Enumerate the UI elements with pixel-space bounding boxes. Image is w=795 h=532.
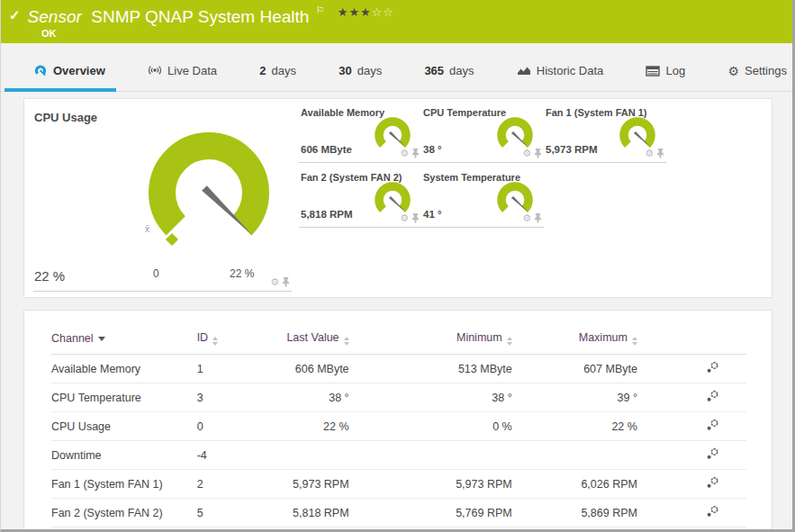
- stars-empty: ☆☆: [372, 5, 394, 19]
- tab-historic-data[interactable]: Historic Data: [515, 64, 605, 91]
- channel-last-value: 22 %: [256, 412, 349, 441]
- status-check-icon: ✓: [9, 7, 21, 23]
- pin-icon[interactable]: [656, 149, 664, 158]
- channel-id: -4: [197, 441, 256, 470]
- tab-bar: Overview Live Data 2 days 30 days 365 da…: [1, 43, 792, 92]
- column-header-last-value[interactable]: Last Value: [256, 323, 349, 355]
- gauge-cell-system-temperature: System Temperature 41 ° ⚙: [421, 164, 544, 228]
- channel-id: 3: [197, 383, 256, 412]
- small-gauge: [492, 111, 538, 154]
- tab-settings[interactable]: ⚙ Settings: [726, 64, 789, 91]
- tab-365-days[interactable]: 365 days: [422, 64, 475, 91]
- channel-id: 2: [197, 470, 256, 499]
- pin-icon[interactable]: [534, 213, 542, 223]
- channel-minimum: 0 %: [349, 412, 512, 441]
- sort-icon: [344, 337, 349, 346]
- column-header-id[interactable]: ID: [197, 323, 256, 355]
- sort-desc-icon: [98, 337, 105, 341]
- prtg-sensor-page: ✓ Sensor SNMP QNAP System Health ⚐ ★★★☆☆…: [0, 0, 795, 532]
- small-gauge: [492, 176, 538, 219]
- column-header-minimum[interactable]: Minimum: [349, 323, 512, 355]
- channel-maximum: 39 °: [512, 383, 637, 412]
- gauge-settings-gear-icon[interactable]: ⚙: [400, 149, 409, 158]
- edit-channel-icon[interactable]: [706, 361, 719, 376]
- table-row: Downtime -4: [51, 441, 746, 470]
- channel-id: 1: [197, 355, 256, 383]
- tab-label: days: [449, 64, 474, 77]
- channel-id: 5: [197, 499, 256, 527]
- gauge-settings-gear-icon[interactable]: ⚙: [645, 149, 654, 158]
- table-row: Fan 1 (System FAN 1) 2 5,973 RPM 5,973 R…: [51, 470, 746, 499]
- pin-icon[interactable]: [534, 149, 542, 158]
- tab-2-days[interactable]: 2 days: [257, 64, 298, 91]
- edit-channel-icon[interactable]: [706, 505, 719, 520]
- channel-minimum: 38 °: [349, 383, 512, 412]
- small-gauge: [369, 111, 416, 154]
- gauge-settings-gear-icon[interactable]: ⚙: [400, 213, 409, 223]
- gauge-cell-fan-1: Fan 1 (System FAN 1) 5,973 RPM ⚙: [544, 99, 666, 163]
- gauge-current-value: 38 °: [423, 144, 442, 155]
- edit-channel-icon[interactable]: [706, 390, 719, 405]
- tab-overview[interactable]: Overview: [32, 63, 107, 91]
- sort-icon: [632, 337, 637, 346]
- sensor-title: SNMP QNAP System Health: [91, 7, 309, 26]
- pin-icon[interactable]: [411, 149, 420, 158]
- column-header-maximum[interactable]: Maximum: [512, 323, 637, 355]
- pin-icon[interactable]: [282, 277, 290, 287]
- channel-last-value: 5,973 RPM: [256, 470, 349, 499]
- edit-channel-icon[interactable]: [706, 476, 719, 491]
- tab-label: days: [271, 64, 295, 77]
- edit-channel-icon[interactable]: [706, 447, 719, 463]
- table-row: Fan 2 (System FAN 2) 5 5,818 RPM 5,769 R…: [51, 499, 746, 527]
- table-row: CPU Temperature 3 38 ° 38 ° 39 °: [51, 383, 746, 412]
- channel-name: System Temperature: [51, 527, 197, 532]
- channel-name: Available Memory: [51, 355, 197, 383]
- stars-filled: ★★★: [338, 5, 372, 19]
- channel-name: Fan 2 (System FAN 2): [51, 499, 197, 527]
- tab-label: Settings: [745, 64, 787, 77]
- channel-minimum: 513 MByte: [349, 355, 512, 383]
- gauge-settings-gear-icon[interactable]: ⚙: [522, 149, 531, 158]
- gauge-current-value: 606 MByte: [301, 144, 352, 155]
- channel-minimum: [349, 441, 512, 470]
- chart-icon: [517, 65, 531, 77]
- gauge-current-value: 41 °: [423, 209, 442, 220]
- channel-name: Downtime: [51, 441, 197, 470]
- tab-number: 365: [424, 64, 444, 77]
- gauge-settings-gear-icon[interactable]: ⚙: [522, 213, 531, 223]
- channels-panel: Channel ID Last Value Minimum Maximum Av…: [23, 310, 772, 532]
- channel-name: CPU Temperature: [51, 383, 197, 412]
- column-header-actions: [637, 323, 746, 355]
- table-row: CPU Usage 0 22 % 0 % 22 %: [51, 412, 746, 441]
- priority-stars[interactable]: ★★★☆☆: [338, 5, 394, 19]
- average-marker: x̄: [145, 224, 149, 234]
- gauge-current-value: 5,818 RPM: [301, 209, 353, 220]
- table-row: System Temperature 4 41 ° 41 ° 41 °: [51, 527, 746, 532]
- sort-icon: [212, 337, 218, 346]
- edit-channel-icon[interactable]: [706, 419, 719, 434]
- gauge-cell-available-memory: Available Memory 606 MByte ⚙: [299, 99, 421, 163]
- channel-maximum: 607 MByte: [512, 355, 637, 383]
- gauge-settings-gear-icon[interactable]: ⚙: [270, 277, 279, 287]
- tab-log[interactable]: Log: [644, 64, 687, 91]
- sort-icon: [507, 337, 512, 346]
- channel-minimum: 5,769 RPM: [349, 499, 512, 527]
- tab-30-days[interactable]: 30 days: [337, 64, 384, 91]
- channel-maximum: 41 °: [512, 527, 637, 532]
- column-header-channel[interactable]: Channel: [51, 323, 197, 355]
- tab-live-data[interactable]: Live Data: [146, 63, 219, 91]
- pin-icon[interactable]: [411, 213, 420, 223]
- tab-label: Historic Data: [537, 64, 603, 77]
- channel-minimum: 5,973 RPM: [349, 470, 512, 499]
- sensor-header-banner: ✓ Sensor SNMP QNAP System Health ⚐ ★★★☆☆…: [1, 0, 792, 43]
- small-gauge: [369, 176, 416, 219]
- gauge-scale-max: 22 %: [230, 267, 254, 280]
- channel-maximum: [512, 441, 637, 470]
- channel-last-value: 38 °: [256, 383, 349, 412]
- channel-name: Fan 1 (System FAN 1): [51, 470, 197, 499]
- channels-table: Channel ID Last Value Minimum Maximum Av…: [51, 323, 746, 532]
- flag-icon[interactable]: ⚐: [316, 5, 325, 15]
- small-gauge: [614, 111, 661, 154]
- channel-last-value: [256, 441, 349, 470]
- gauge-current-value: 5,973 RPM: [546, 144, 598, 155]
